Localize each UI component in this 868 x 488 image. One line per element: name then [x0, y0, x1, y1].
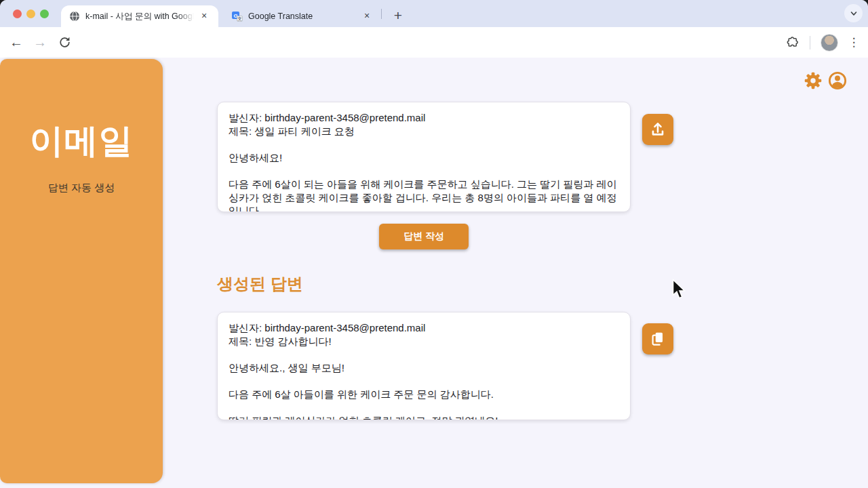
generated-reply-heading: 생성된 답변 — [217, 273, 303, 295]
email-subject-line: 제목: 반영 감사합니다! — [229, 335, 619, 348]
chrome-menu-button[interactable]: ⋮ — [844, 27, 864, 58]
globe-favicon-icon — [69, 11, 80, 22]
mouse-cursor — [671, 279, 686, 300]
incoming-email-card: 발신자: birthday-parent-3458@pretend.mail 제… — [217, 102, 631, 212]
macos-minimize-button[interactable] — [26, 9, 35, 18]
new-tab-button[interactable]: + — [388, 5, 408, 26]
app-title: 이메일 — [0, 119, 163, 164]
email-body-clipped: 딸기 필링과 레이싱카가 얹힌 초콜릿 케이크, 정말 귀엽네요! — [229, 414, 619, 420]
person-icon — [828, 71, 847, 90]
tab-title: k-mail - 사업 문의 with Google — [85, 11, 194, 22]
tab-close-icon[interactable]: × — [198, 10, 210, 22]
copy-icon — [649, 330, 667, 348]
upload-icon — [649, 121, 667, 138]
translate-favicon-icon: G 文 — [232, 11, 243, 22]
tab-google-translate[interactable]: G 文 Google Translate × — [224, 5, 377, 27]
back-button[interactable]: ← — [5, 27, 28, 58]
email-from-line: 발신자: birthday-parent-3458@pretend.mail — [229, 321, 619, 335]
gear-icon — [804, 71, 823, 90]
browser-window: k-mail - 사업 문의 with Google × G 文 Google … — [0, 0, 868, 488]
email-subject-line: 제목: 생일 파티 케이크 요청 — [229, 125, 619, 138]
chevron-down-icon — [850, 9, 858, 18]
tab-kmail[interactable]: k-mail - 사업 문의 with Google × — [61, 5, 218, 27]
email-body: 다음 주에 6살이 되는 아들을 위해 케이크를 주문하고 싶습니다. 그는 딸… — [229, 178, 619, 212]
puzzle-icon — [786, 36, 800, 49]
reload-icon — [58, 36, 71, 49]
reply-email-card: 발신자: birthday-parent-3458@pretend.mail 제… — [217, 312, 631, 420]
extensions-button[interactable] — [783, 27, 803, 58]
upload-email-button[interactable] — [642, 114, 673, 145]
forward-button[interactable]: → — [28, 27, 52, 58]
email-from-line: 발신자: birthday-parent-3458@pretend.mail — [229, 111, 619, 125]
svg-text:文: 文 — [237, 16, 242, 21]
macos-close-button[interactable] — [13, 9, 22, 18]
copy-reply-button[interactable] — [642, 323, 673, 354]
settings-button[interactable] — [804, 71, 823, 90]
browser-toolbar: ← → 127.0.0.1:5000 ☆ — [0, 27, 868, 58]
compose-reply-button[interactable]: 답변 작성 — [379, 224, 469, 249]
email-body: 다음 주에 6살 아들이를 위한 케이크 주문 문의 감사합니다. — [229, 388, 619, 401]
tab-search-button[interactable] — [844, 4, 863, 22]
toolbar-divider — [808, 27, 811, 58]
tab-close-icon[interactable]: × — [361, 10, 373, 22]
profile-avatar[interactable] — [819, 27, 840, 58]
reload-button[interactable] — [53, 27, 76, 58]
page-content: 이메일 답변 자동 생성 — [0, 58, 868, 488]
tab-title: Google Translate — [248, 12, 357, 21]
macos-zoom-button[interactable] — [40, 9, 49, 18]
app-subtitle: 답변 자동 생성 — [0, 182, 163, 195]
avatar-photo — [821, 34, 838, 52]
email-greeting: 안녕하세요., 생일 부모님! — [229, 361, 619, 375]
profile-button[interactable] — [828, 71, 847, 90]
tab-divider — [381, 9, 382, 19]
email-greeting: 안녕하세요! — [229, 151, 619, 165]
sidebar: 이메일 답변 자동 생성 — [0, 59, 163, 483]
tab-strip: k-mail - 사업 문의 with Google × G 文 Google … — [0, 0, 868, 27]
